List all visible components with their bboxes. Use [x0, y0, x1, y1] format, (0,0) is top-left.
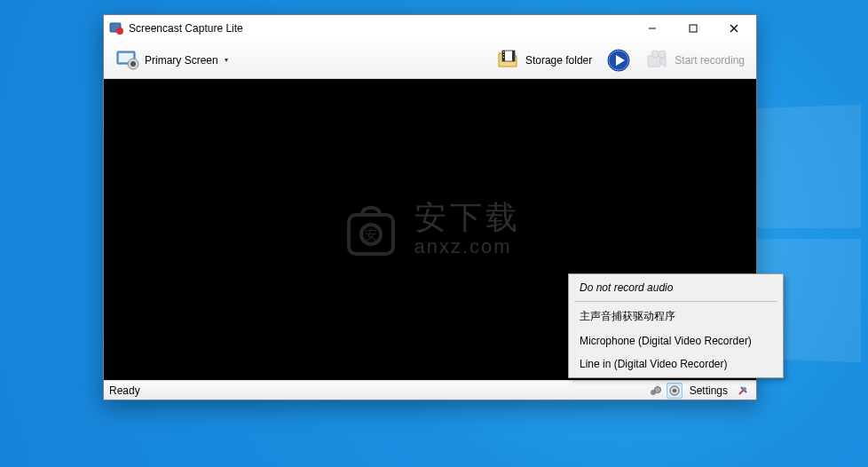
close-button[interactable]	[714, 15, 754, 42]
camera-record-icon	[645, 48, 670, 73]
toolbar: Primary Screen ▾ Storage folder	[104, 42, 756, 79]
svg-rect-3	[690, 25, 697, 32]
menu-item-linein[interactable]: Line in (Digital Video Recorder)	[571, 352, 781, 376]
window-title: Screencast Capture Lite	[129, 22, 632, 35]
primary-screen-label: Primary Screen	[145, 54, 218, 67]
audio-settings-icon[interactable]	[667, 383, 683, 399]
watermark-line1: 安下载	[414, 202, 521, 234]
svg-point-27	[654, 386, 660, 392]
screen-icon	[115, 48, 140, 73]
window-controls	[632, 15, 754, 42]
tools-icon[interactable]	[735, 383, 751, 399]
start-recording-label: Start recording	[675, 54, 745, 67]
svg-point-1	[116, 28, 123, 35]
audio-context-menu: Do not record audio 主声音捕获驱动程序 Microphone…	[568, 273, 784, 378]
watermark-bag-icon: 安	[340, 199, 402, 261]
chevron-down-icon: ▾	[225, 56, 228, 64]
svg-point-29	[673, 389, 676, 392]
menu-separator	[574, 301, 777, 302]
watermark-line2: anxz.com	[414, 235, 521, 258]
minimize-button[interactable]	[632, 15, 673, 42]
titlebar: Screencast Capture Lite	[104, 15, 756, 42]
status-ready: Ready	[109, 384, 643, 397]
storage-folder-label: Storage folder	[525, 54, 592, 67]
svg-rect-14	[503, 54, 504, 55]
play-button[interactable]	[600, 44, 637, 76]
storage-folder-button[interactable]: Storage folder	[490, 44, 598, 76]
watermark: 安 安下载 anxz.com	[340, 199, 521, 261]
svg-point-9	[130, 61, 136, 67]
statusbar: Ready Settings	[104, 380, 756, 400]
audio-device-icon[interactable]	[647, 383, 663, 399]
watermark-text: 安下载 anxz.com	[414, 202, 521, 258]
svg-rect-12	[512, 51, 515, 61]
maximize-button[interactable]	[673, 15, 714, 42]
primary-screen-dropdown[interactable]: Primary Screen ▾	[109, 44, 234, 76]
svg-rect-15	[503, 57, 504, 58]
menu-item-primary-driver[interactable]: 主声音捕获驱动程序	[571, 304, 781, 329]
settings-button[interactable]: Settings	[686, 384, 731, 397]
play-icon	[606, 48, 631, 73]
svg-point-22	[651, 51, 659, 58]
start-recording-button[interactable]: Start recording	[639, 44, 751, 76]
svg-rect-13	[503, 51, 504, 52]
menu-item-no-audio[interactable]: Do not record audio	[571, 276, 781, 299]
svg-point-21	[659, 51, 666, 58]
svg-text:安: 安	[365, 227, 377, 241]
app-icon	[109, 21, 123, 36]
folder-film-icon	[496, 48, 521, 73]
menu-item-microphone[interactable]: Microphone (Digital Video Recorder)	[571, 329, 781, 352]
svg-point-32	[743, 387, 746, 391]
